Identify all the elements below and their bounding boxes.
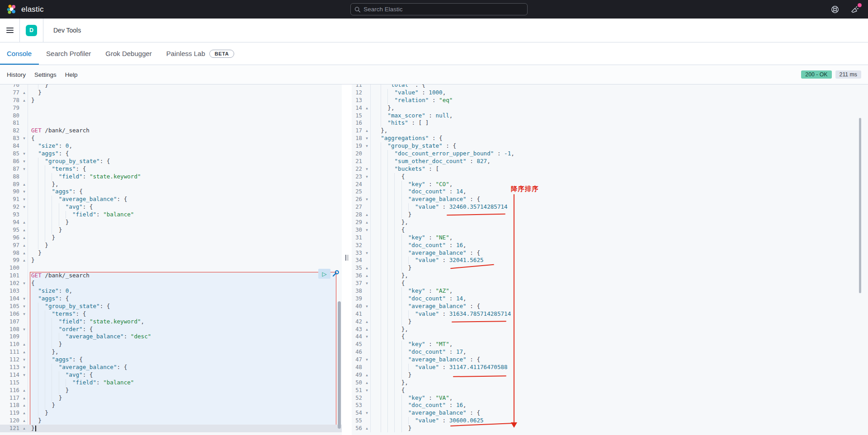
code-text[interactable]: { xyxy=(28,135,342,142)
code-text[interactable]: "aggs": { xyxy=(28,150,342,158)
fold-open-icon[interactable]: ▾ xyxy=(21,303,28,310)
fold-open-icon[interactable]: ▾ xyxy=(363,303,371,310)
editor-line[interactable]: 96▴} xyxy=(0,234,342,242)
fold-close-icon[interactable]: ▴ xyxy=(21,257,28,264)
editor-line[interactable]: 91▾"average_balance": { xyxy=(0,196,342,203)
editor-line[interactable]: 116▴} xyxy=(0,387,342,394)
fold-open-icon[interactable]: ▾ xyxy=(21,135,28,142)
global-search-box[interactable] xyxy=(350,3,528,15)
code-text[interactable]: "group_by_state": { xyxy=(28,158,342,165)
fold-open-icon[interactable]: ▾ xyxy=(363,165,371,173)
editor-line[interactable]: 100 xyxy=(0,264,342,272)
code-text[interactable]: } xyxy=(28,242,342,249)
send-request-button[interactable]: ▷ xyxy=(318,269,330,279)
editor-line[interactable]: 98▴} xyxy=(0,249,342,257)
editor-line[interactable]: 121▴} xyxy=(0,425,342,432)
editor-line[interactable]: 79 xyxy=(0,104,342,112)
fold-close-icon[interactable]: ▴ xyxy=(21,387,28,394)
fold-open-icon[interactable]: ▾ xyxy=(21,356,28,364)
editor-line[interactable]: 108▾"order": { xyxy=(0,326,342,333)
fold-close-icon[interactable]: ▴ xyxy=(21,249,28,257)
fold-close-icon[interactable]: ▴ xyxy=(363,379,371,387)
code-text[interactable]: "average_balance": { xyxy=(28,364,342,371)
code-text[interactable]: } xyxy=(28,257,342,264)
code-text[interactable]: "avg": { xyxy=(28,203,342,211)
code-text[interactable]: } xyxy=(28,219,342,226)
fold-open-icon[interactable]: ▾ xyxy=(363,173,371,181)
editor-line[interactable]: 80 xyxy=(0,112,342,120)
fold-close-icon[interactable]: ▴ xyxy=(21,242,28,249)
code-text[interactable]: } xyxy=(28,394,342,402)
code-text[interactable] xyxy=(28,104,342,112)
fold-close-icon[interactable]: ▴ xyxy=(21,402,28,409)
editor-line[interactable]: 78▴} xyxy=(0,97,342,104)
fold-open-icon[interactable]: ▾ xyxy=(363,387,371,394)
fold-open-icon[interactable]: ▾ xyxy=(21,196,28,203)
code-text[interactable] xyxy=(28,119,342,127)
fold-open-icon[interactable]: ▾ xyxy=(363,280,371,287)
code-text[interactable]: } xyxy=(28,84,342,89)
fold-open-icon[interactable]: ▾ xyxy=(21,295,28,303)
fold-open-icon[interactable]: ▾ xyxy=(21,188,28,196)
request-editor-pane[interactable]: 76}77▴}78▴}79808182GET /bank/_search83▾{… xyxy=(0,84,342,435)
response-scrollbar[interactable] xyxy=(859,118,861,293)
menu-item-help[interactable]: Help xyxy=(65,71,78,78)
editor-line[interactable]: 111▴}, xyxy=(0,348,342,356)
panel-resize-handle[interactable] xyxy=(342,84,352,435)
editor-line[interactable]: 82GET /bank/_search xyxy=(0,127,342,135)
editor-line[interactable]: 115"field": "balance" xyxy=(0,379,342,387)
fold-open-icon[interactable]: ▾ xyxy=(21,158,28,165)
fold-close-icon[interactable]: ▴ xyxy=(363,318,371,326)
fold-open-icon[interactable]: ▾ xyxy=(21,165,28,173)
request-options-button[interactable] xyxy=(331,269,340,278)
elastic-brand[interactable]: elastic xyxy=(6,4,44,15)
editor-line[interactable]: 120▴} xyxy=(0,417,342,425)
editor-line[interactable]: 97▴} xyxy=(0,242,342,249)
code-text[interactable]: } xyxy=(28,417,342,425)
fold-close-icon[interactable]: ▴ xyxy=(21,97,28,104)
code-text[interactable]: }, xyxy=(28,181,342,188)
code-text[interactable]: "field": "balance" xyxy=(28,211,342,219)
fold-close-icon[interactable]: ▴ xyxy=(21,89,28,97)
editor-line[interactable]: 86▾"group_by_state": { xyxy=(0,158,342,165)
fold-close-icon[interactable]: ▴ xyxy=(21,425,28,432)
editor-line[interactable]: 76} xyxy=(0,84,342,89)
editor-line[interactable]: 88"field": "state.keyword" xyxy=(0,173,342,181)
editor-line[interactable]: 105▾"group_by_state": { xyxy=(0,303,342,310)
editor-scrollbar[interactable] xyxy=(338,301,341,429)
code-text[interactable]: } xyxy=(28,249,342,257)
code-text[interactable]: "size": 0, xyxy=(28,287,342,295)
editor-line[interactable]: 81 xyxy=(0,119,342,127)
fold-close-icon[interactable]: ▴ xyxy=(363,326,371,333)
fold-open-icon[interactable]: ▾ xyxy=(21,326,28,333)
editor-line[interactable]: 87▾"terms": { xyxy=(0,165,342,173)
fold-open-icon[interactable]: ▾ xyxy=(21,371,28,379)
code-text[interactable]: } xyxy=(28,89,342,97)
fold-close-icon[interactable]: ▴ xyxy=(21,226,28,234)
editor-line[interactable]: 77▴} xyxy=(0,89,342,97)
code-text[interactable]: "aggs": { xyxy=(28,295,342,303)
fold-close-icon[interactable]: ▴ xyxy=(363,127,371,135)
editor-line[interactable]: 117▴} xyxy=(0,394,342,402)
code-text[interactable]: "field": "state.keyword", xyxy=(28,318,342,326)
fold-open-icon[interactable]: ▾ xyxy=(21,203,28,211)
fold-close-icon[interactable]: ▴ xyxy=(363,371,371,379)
code-text[interactable]: "terms": { xyxy=(28,310,342,318)
code-text[interactable]: } xyxy=(28,387,342,394)
fold-close-icon[interactable]: ▴ xyxy=(21,341,28,348)
editor-line[interactable]: 114▾"avg": { xyxy=(0,371,342,379)
code-text[interactable] xyxy=(28,112,342,120)
fold-open-icon[interactable]: ▾ xyxy=(363,135,371,142)
fold-open-icon[interactable]: ▾ xyxy=(363,356,371,364)
editor-line[interactable]: 107"field": "state.keyword", xyxy=(0,318,342,326)
editor-line[interactable]: 109"average_balance": "desc" xyxy=(0,333,342,341)
fold-open-icon[interactable]: ▾ xyxy=(363,409,371,417)
editor-line[interactable]: 112▾"aggs": { xyxy=(0,356,342,364)
code-text[interactable]: "field": "state.keyword" xyxy=(28,173,342,181)
editor-line[interactable]: 93"field": "balance" xyxy=(0,211,342,219)
fold-close-icon[interactable]: ▴ xyxy=(363,425,371,432)
newsfeed-button[interactable] xyxy=(850,5,860,14)
code-text[interactable]: } xyxy=(28,409,342,417)
fold-close-icon[interactable]: ▴ xyxy=(21,181,28,188)
fold-close-icon[interactable]: ▴ xyxy=(363,219,371,226)
